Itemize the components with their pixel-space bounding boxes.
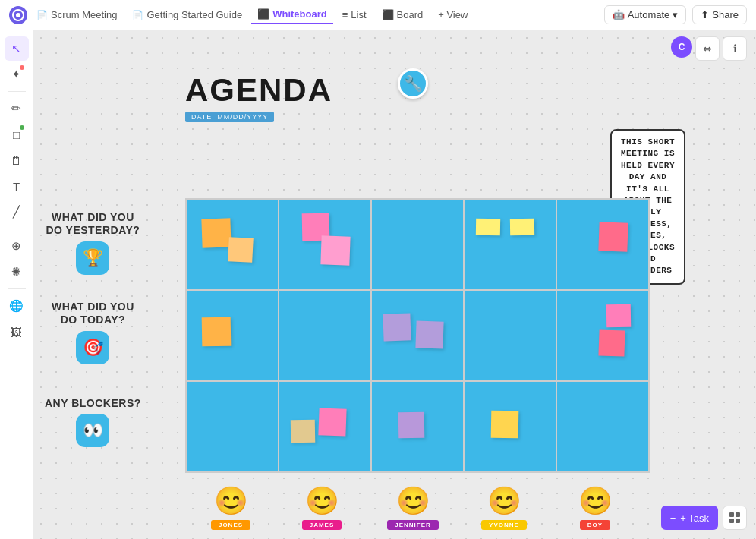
cell-r1c2[interactable] <box>279 200 370 289</box>
cell-r2c5[interactable] <box>557 291 648 380</box>
tab-add-view[interactable]: + View <box>432 6 474 24</box>
shape-tool[interactable]: □ <box>5 122 29 147</box>
cell-r2c1[interactable] <box>187 291 278 380</box>
whiteboard-icon: ⬛ <box>257 8 269 20</box>
board-icon: ⬛ <box>382 9 394 20</box>
cursor-tool[interactable]: ↖ <box>5 36 29 61</box>
svg-rect-3 <box>736 512 740 517</box>
cell-r3c2[interactable] <box>279 382 370 471</box>
list-icon: ≡ <box>342 9 348 20</box>
james-label: JAMES <box>302 520 342 530</box>
row-label-today: WHAT DID YOUDO TODAY? 🎯 <box>45 288 141 377</box>
jennifer-emoji: 😊 <box>396 485 430 517</box>
jones-emoji: 😊 <box>214 485 248 517</box>
sticky-note[interactable] <box>510 219 534 236</box>
cell-r2c3[interactable] <box>372 291 463 380</box>
automate-button[interactable]: 🤖 Automate ▾ <box>604 5 687 24</box>
tab-board[interactable]: ⬛ Board <box>376 6 430 24</box>
sticky-note[interactable] <box>291 420 316 443</box>
tab-whiteboard[interactable]: ⬛ Whiteboard <box>251 5 333 24</box>
bottom-bar: + + Task <box>661 506 747 530</box>
apps-icon <box>729 512 741 524</box>
info-button[interactable]: ℹ <box>723 36 747 61</box>
trophy-icon: 🏆 <box>76 241 109 275</box>
eyes-icon: 👀 <box>76 414 109 447</box>
cell-r1c1[interactable] <box>187 200 278 289</box>
grid-area: WHAT DID YOUDO YESTERDAY? 🏆 WHAT DID YOU… <box>185 198 650 530</box>
sticky-note[interactable] <box>228 237 254 263</box>
spark-tool[interactable]: ✺ <box>5 260 29 284</box>
robot-icon: 🔧 <box>398 68 428 99</box>
tab-list[interactable]: ≡ List <box>336 6 373 24</box>
cell-r3c4[interactable] <box>465 382 556 471</box>
person-james: 😊 JAMES <box>276 485 367 530</box>
main-area: ↖ ✦ ✏ □ 🗒 T ╱ ⊕ ✺ 🌐 🖼 C ⇔ ℹ <box>0 30 756 539</box>
text-tool[interactable]: T <box>5 174 29 198</box>
connect-tool[interactable]: ⊕ <box>5 234 29 258</box>
sticky-note[interactable] <box>318 408 346 436</box>
svg-rect-5 <box>736 519 740 523</box>
sticky-note[interactable] <box>598 222 628 251</box>
share-icon: ⬆ <box>701 9 709 20</box>
sticky-note[interactable] <box>201 218 231 247</box>
sticky-note[interactable] <box>320 235 350 265</box>
cell-r1c5[interactable] <box>557 200 648 289</box>
sticky-note[interactable] <box>476 219 500 236</box>
cell-r2c4[interactable] <box>465 291 556 380</box>
jones-label: JONES <box>211 520 250 530</box>
magic-tool[interactable]: ✦ <box>5 62 29 87</box>
sticky-note[interactable] <box>398 412 425 439</box>
whiteboard-content: AGENDA DATE: MM/DD/YYYY 🔧 THIS SHORT MEE… <box>185 72 650 454</box>
yvonne-emoji: 😊 <box>487 485 521 517</box>
cell-r3c5[interactable] <box>557 382 648 471</box>
getting-started-icon: 📄 <box>132 10 143 20</box>
tab-scrum-meeting[interactable]: 📄 Scrum Meeting <box>30 6 123 24</box>
sticky-note[interactable] <box>415 320 443 348</box>
row-label-blockers: ANY BLOCKERS? 👀 <box>45 377 141 467</box>
whiteboard-grid <box>185 198 650 473</box>
sticky-note[interactable] <box>606 304 632 328</box>
header: 📄 Scrum Meeting 📄 Getting Started Guide … <box>0 0 756 30</box>
fit-screen-button[interactable]: ⇔ <box>695 36 720 61</box>
target-icon: 🎯 <box>76 331 109 364</box>
task-button[interactable]: + + Task <box>661 506 718 530</box>
james-emoji: 😊 <box>305 485 339 517</box>
apps-grid-button[interactable] <box>723 506 747 530</box>
yvonne-label: YVONNE <box>481 520 527 530</box>
left-toolbar: ↖ ✦ ✏ □ 🗒 T ╱ ⊕ ✺ 🌐 🖼 <box>0 30 33 539</box>
cell-r1c3[interactable] <box>372 200 463 289</box>
toolbar-separator-2 <box>8 229 26 229</box>
cell-r1c4[interactable] <box>465 200 556 289</box>
sticky-note[interactable] <box>383 313 411 341</box>
sticky-tool[interactable]: 🗒 <box>5 148 29 172</box>
sticky-note[interactable] <box>202 317 232 347</box>
toolbar-separator-3 <box>8 288 26 289</box>
person-jones: 😊 JONES <box>185 485 276 530</box>
tab-getting-started[interactable]: 📄 Getting Started Guide <box>126 6 248 24</box>
cell-r2c2[interactable] <box>279 291 370 380</box>
svg-rect-4 <box>729 519 734 523</box>
line-tool[interactable]: ╱ <box>5 200 29 224</box>
image-tool[interactable]: 🖼 <box>5 320 29 344</box>
svg-rect-2 <box>729 512 734 517</box>
row-labels: WHAT DID YOUDO YESTERDAY? 🏆 WHAT DID YOU… <box>45 198 141 467</box>
globe-tool[interactable]: 🌐 <box>5 294 29 318</box>
agenda-date: DATE: MM/DD/YYYY <box>185 112 274 122</box>
scrum-meeting-icon: 📄 <box>36 10 48 20</box>
description-area: 🔧 THIS SHORT MEETING IS HELD EVERY DAY A… <box>398 65 428 99</box>
person-jennifer: 😊 JENNIFER <box>367 485 458 530</box>
chevron-down-icon: ▾ <box>673 9 678 20</box>
canvas-tools: C ⇔ ℹ <box>671 36 747 61</box>
sticky-note[interactable] <box>491 411 519 439</box>
sticky-note[interactable] <box>598 329 625 356</box>
jennifer-label: JENNIFER <box>387 520 439 530</box>
green-dot <box>20 125 24 130</box>
share-button[interactable]: ⬆ Share <box>692 5 747 24</box>
canvas[interactable]: C ⇔ ℹ AGENDA DATE: MM/DD/YYYY 🔧 THIS SHO… <box>33 30 756 539</box>
svg-point-1 <box>16 13 20 17</box>
row-label-yesterday: WHAT DID YOUDO YESTERDAY? 🏆 <box>45 198 141 288</box>
cell-r3c1[interactable] <box>187 382 278 471</box>
pen-tool[interactable]: ✏ <box>5 96 29 121</box>
cell-r3c3[interactable] <box>372 382 463 471</box>
boy-emoji: 😊 <box>578 485 613 517</box>
